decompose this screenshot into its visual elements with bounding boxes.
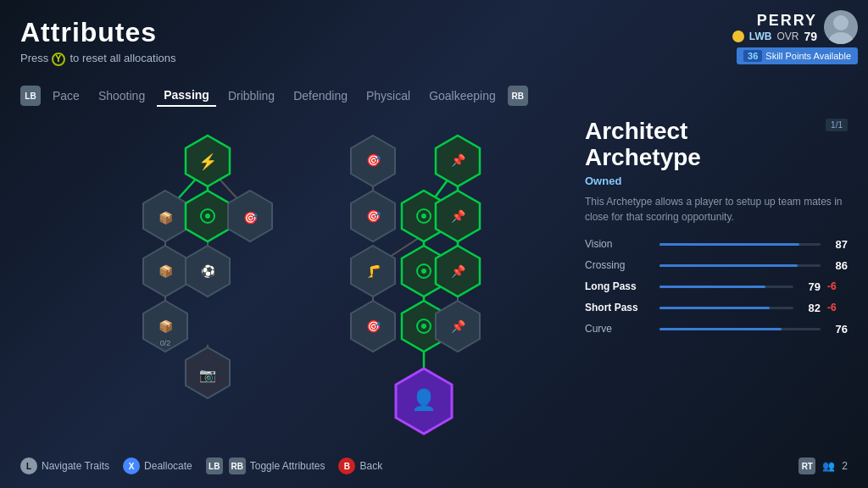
archetype-description: This Archetype allows a player to setup … <box>585 194 848 225</box>
control-group-left: L Navigate Traits X Deallocate LB RB Tog… <box>20 458 382 474</box>
stat-crossing: Crossing 86 <box>585 259 848 272</box>
tab-defending[interactable]: Defending <box>287 86 354 106</box>
people-icon: 👥 <box>822 460 835 472</box>
svg-text:📌: 📌 <box>451 319 466 334</box>
stat-vision-fill <box>659 243 799 246</box>
b-button: B <box>338 458 355 474</box>
stat-crossing-label: Crossing <box>585 259 653 271</box>
rt-value: 2 <box>842 460 848 472</box>
svg-text:👤: 👤 <box>411 387 437 412</box>
stat-crossing-fill <box>659 264 798 267</box>
rb-button: RB <box>229 458 246 474</box>
stat-vision-label: Vision <box>585 238 653 250</box>
page-title: Attributes <box>20 17 175 48</box>
tab-navigation: LB Pace Shooting Passing Dribbling Defen… <box>20 85 528 107</box>
skill-points-badge: 36 Skill Points Available <box>737 47 858 64</box>
control-toggle: LB RB Toggle Attributes <box>206 458 326 474</box>
lb-button: LB <box>206 458 223 474</box>
svg-text:📌: 📌 <box>451 264 466 279</box>
svg-text:🎯: 🎯 <box>243 211 259 225</box>
svg-text:🎯: 🎯 <box>366 209 381 224</box>
svg-point-15 <box>205 214 210 219</box>
stat-curve-fill <box>659 328 782 330</box>
tab-rb-button[interactable]: RB <box>508 86 528 106</box>
tab-pace[interactable]: Pace <box>46 86 86 106</box>
stat-list: Vision 87 Crossing 86 Long Pass 79 -6 Sh… <box>585 238 848 336</box>
svg-point-1 <box>829 32 853 44</box>
ovr-value: 79 <box>804 30 817 43</box>
skill-tree-svg: ⚡ 📦 🎯 📦 ⚽ 📦 0/2 📷 <box>20 119 546 441</box>
navigate-label: Navigate Traits <box>42 460 109 472</box>
stat-curve-label: Curve <box>585 323 653 335</box>
position-tag: LWB <box>749 30 772 42</box>
svg-point-45 <box>421 214 426 219</box>
tab-shooting[interactable]: Shooting <box>92 86 152 106</box>
stat-crossing-value: 86 <box>827 259 848 272</box>
bottom-controls: L Navigate Traits X Deallocate LB RB Tog… <box>20 458 848 474</box>
stat-shortpass: Short Pass 82 -6 <box>585 302 848 314</box>
y-button: Y <box>52 53 65 66</box>
control-deallocate: X Deallocate <box>123 458 192 474</box>
archetype-badge: 1/1 <box>826 119 848 131</box>
tab-goalkeeping[interactable]: Goalkeeping <box>422 86 503 106</box>
svg-text:🎯: 🎯 <box>366 319 381 334</box>
stat-vision: Vision 87 <box>585 238 848 251</box>
coin-icon <box>732 30 744 42</box>
x-button: X <box>123 458 140 474</box>
svg-text:⚡: ⚡ <box>198 152 218 171</box>
control-back: B Back <box>338 458 382 474</box>
svg-text:📦: 📦 <box>159 264 174 279</box>
svg-text:0/2: 0/2 <box>160 339 171 347</box>
tab-lb-button[interactable]: LB <box>20 86 41 106</box>
subtitle: Press Y Press Y to reset all allocations… <box>20 52 175 66</box>
svg-text:🎯: 🎯 <box>366 153 381 168</box>
deallocate-label: Deallocate <box>144 460 192 472</box>
stat-longpass-delta: -6 <box>827 280 848 292</box>
svg-text:📦: 📦 <box>159 319 174 334</box>
svg-text:⚽: ⚽ <box>201 264 216 279</box>
svg-text:📌: 📌 <box>451 153 466 168</box>
archetype-title: ArchitectArchetype <box>585 119 848 171</box>
svg-text:📌: 📌 <box>451 209 466 224</box>
toggle-label: Toggle Attributes <box>250 460 326 472</box>
player-name: PERRY <box>732 12 817 30</box>
stat-crossing-bar <box>659 264 821 267</box>
archetype-panel: ArchitectArchetype 1/1 Owned This Archet… <box>585 119 848 344</box>
rt-button: RT <box>798 458 815 474</box>
svg-point-52 <box>421 269 426 274</box>
tab-physical[interactable]: Physical <box>359 86 417 106</box>
svg-text:📦: 📦 <box>159 211 174 225</box>
stat-shortpass-value: 82 <box>800 302 821 314</box>
stat-vision-value: 87 <box>827 238 848 251</box>
control-group-right: RT 👥 2 <box>798 458 848 474</box>
stat-shortpass-fill <box>659 307 770 309</box>
stat-curve-value: 76 <box>827 323 848 336</box>
stat-shortpass-bar <box>659 307 793 309</box>
stat-shortpass-delta: -6 <box>827 302 848 313</box>
skill-tree: ⚡ 📦 🎯 📦 ⚽ 📦 0/2 📷 <box>20 119 546 441</box>
avatar <box>824 10 858 44</box>
svg-text:🦵: 🦵 <box>366 264 381 279</box>
stat-longpass-label: Long Pass <box>585 280 653 292</box>
stat-vision-bar <box>659 243 821 246</box>
ovr-tag: OVR <box>776 30 798 42</box>
svg-point-0 <box>833 15 849 30</box>
tab-dribbling[interactable]: Dribbling <box>221 86 281 106</box>
player-card: PERRY LWB OVR 79 36 Skill Points Availab… <box>732 10 858 64</box>
skill-points-label: Skill Points Available <box>765 51 851 61</box>
tab-passing[interactable]: Passing <box>157 85 216 107</box>
stat-longpass-value: 79 <box>800 280 821 293</box>
owned-label: Owned <box>585 175 848 187</box>
stat-longpass-bar <box>659 286 793 288</box>
stat-longpass-fill <box>659 286 765 288</box>
l-button: L <box>20 458 37 474</box>
back-label: Back <box>359 460 382 472</box>
control-navigate: L Navigate Traits <box>20 458 109 474</box>
header: Attributes Press Y Press Y to reset all … <box>20 17 175 66</box>
stat-curve-bar <box>659 328 821 330</box>
svg-point-59 <box>421 324 426 329</box>
stat-curve: Curve 76 <box>585 323 848 336</box>
skill-points-number: 36 <box>743 50 762 62</box>
stat-shortpass-label: Short Pass <box>585 302 653 313</box>
svg-text:📷: 📷 <box>199 367 216 383</box>
